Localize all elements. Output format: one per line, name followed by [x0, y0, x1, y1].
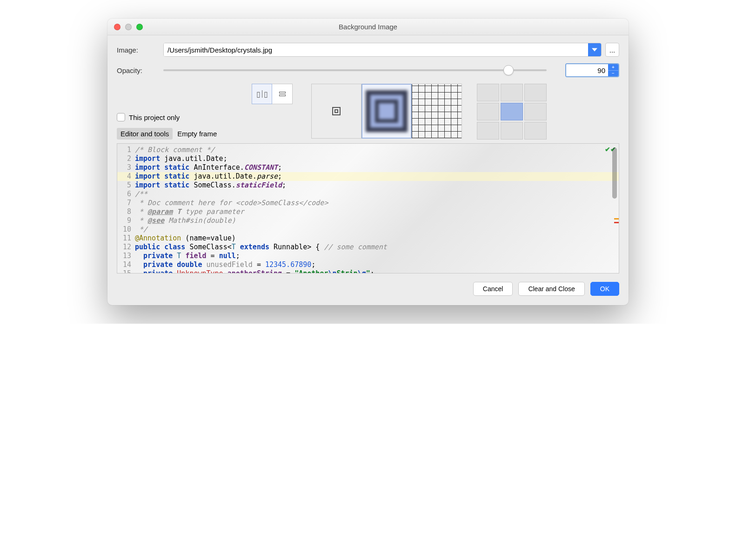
flip-horizontal-button[interactable]: ▯▯ [252, 84, 272, 104]
dialog-window: Background Image Image: ... Opacity: [107, 19, 629, 305]
flip-toggle-group: ▯▯ [252, 84, 293, 104]
anchor-middle-center[interactable] [501, 103, 523, 120]
code-lines: /* Block comment */ import java.util.Dat… [135, 146, 619, 273]
tab-editor-and-tools[interactable]: Editor and tools [117, 128, 173, 140]
opacity-slider-thumb[interactable] [503, 65, 514, 75]
opacity-slider[interactable] [163, 69, 547, 71]
editor-preview: ✔✔ 123456789101112131415 /* Block commen… [117, 143, 619, 273]
plain-icon [332, 107, 341, 115]
project-only-checkbox[interactable] [117, 113, 125, 121]
anchor-grid [477, 84, 547, 140]
project-only-label: This project only [129, 113, 180, 121]
ok-button[interactable]: OK [590, 282, 619, 296]
anchor-top-right[interactable] [524, 84, 547, 101]
image-path-dropdown-icon[interactable] [588, 43, 601, 56]
scale-icon [366, 90, 408, 132]
browse-button[interactable]: ... [605, 43, 619, 57]
line-gutter: 123456789101112131415 [117, 146, 135, 273]
opacity-label: Opacity: [117, 67, 163, 74]
anchor-middle-left[interactable] [477, 103, 499, 120]
image-path-combo[interactable] [163, 43, 602, 57]
opacity-step-down-icon[interactable]: − [608, 71, 618, 77]
anchor-bottom-left[interactable] [477, 122, 499, 140]
opacity-input[interactable] [566, 64, 608, 76]
titlebar: Background Image [107, 19, 629, 35]
anchor-middle-right[interactable] [524, 103, 547, 120]
clear-and-close-button[interactable]: Clear and Close [518, 282, 584, 296]
fill-mode-plain[interactable] [311, 84, 361, 139]
cancel-button[interactable]: Cancel [473, 282, 513, 296]
image-path-input[interactable] [164, 43, 588, 56]
opacity-step-up-icon[interactable]: + [608, 64, 618, 71]
fill-mode-scale[interactable] [361, 84, 412, 139]
flip-vertical-button[interactable] [272, 84, 293, 104]
window-title: Background Image [107, 23, 629, 31]
flip-horizontal-icon: ▯▯ [256, 90, 268, 99]
fill-mode-tile[interactable] [412, 84, 462, 139]
tile-icon [412, 84, 462, 138]
anchor-top-center[interactable] [501, 84, 523, 101]
tab-empty-frame[interactable]: Empty frame [174, 128, 221, 140]
flip-vertical-icon [279, 92, 286, 96]
opacity-spinner[interactable]: + − [565, 63, 619, 77]
fill-mode-group [311, 84, 462, 139]
scope-tabs: Editor and tools Empty frame [117, 128, 247, 140]
anchor-top-left[interactable] [477, 84, 499, 101]
anchor-bottom-right[interactable] [524, 122, 547, 140]
anchor-bottom-center[interactable] [501, 122, 523, 140]
dialog-footer: Cancel Clear and Close OK [107, 273, 629, 305]
image-label: Image: [117, 46, 163, 54]
